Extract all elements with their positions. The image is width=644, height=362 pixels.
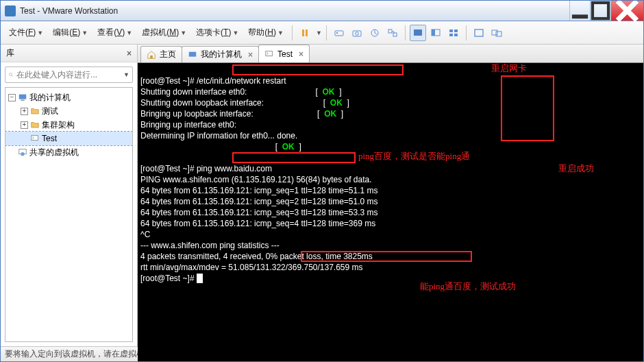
tabbar: 主页 我的计算机× Test×	[138, 45, 643, 63]
annotation-4: 能ping通百度，测试成功	[420, 281, 516, 292]
app-icon	[5, 5, 16, 16]
close-button[interactable]	[610, 1, 643, 21]
vm-icon	[264, 49, 274, 59]
search-icon	[8, 70, 14, 80]
sidebar-header: 库 ×	[1, 45, 137, 62]
close-icon[interactable]: ×	[248, 50, 253, 60]
menubar: 文件(F)▼ 编辑(E)▼ 查看(V)▼ 虚拟机(M)▼ 选项卡(T)▼ 帮助(…	[1, 21, 643, 45]
tree: −我的计算机 +测试 +集群架构 Test 共享的虚拟机	[5, 87, 133, 342]
svg-rect-11	[414, 29, 422, 36]
snapshot-button[interactable]	[349, 25, 365, 41]
search-dropdown-icon[interactable]: ▼	[123, 71, 129, 78]
svg-rect-16	[449, 34, 453, 36]
fullscreen-button[interactable]	[471, 25, 487, 41]
annotation-1: 重启网卡	[491, 63, 527, 74]
annotation-3: 重启成功	[558, 163, 594, 174]
menu-help[interactable]: 帮助(H)▼	[244, 24, 288, 41]
vm-icon	[30, 134, 40, 143]
svg-rect-2	[302, 29, 304, 36]
svg-rect-29	[266, 51, 273, 56]
menu-tabs[interactable]: 选项卡(T)▼	[192, 24, 243, 41]
svg-rect-14	[449, 29, 453, 32]
annotation-2: ping百度，测试是否能ping通	[358, 151, 470, 162]
sidebar: 库 × ▼ −我的计算机 +测试 +集群架构 Test 共享的虚拟机	[1, 45, 138, 346]
sidebar-close-icon[interactable]: ×	[127, 49, 132, 58]
tree-item-test[interactable]: Test	[5, 132, 132, 145]
svg-rect-18	[475, 29, 483, 36]
svg-rect-20	[496, 32, 501, 36]
svg-point-21	[10, 73, 12, 75]
tree-item-test-cn[interactable]: +测试	[5, 104, 132, 118]
svg-point-26	[21, 152, 24, 156]
annotation-box-3	[301, 251, 472, 262]
view-console-button[interactable]	[410, 25, 426, 41]
svg-rect-13	[432, 29, 435, 36]
tree-root[interactable]: −我的计算机	[5, 90, 132, 104]
send-cad-button[interactable]	[331, 25, 347, 41]
svg-rect-9	[388, 29, 392, 33]
svg-rect-24	[32, 136, 38, 141]
view-unity-button[interactable]	[445, 25, 462, 41]
minimize-button[interactable]	[569, 1, 590, 21]
svg-rect-27	[150, 55, 153, 58]
search-box[interactable]: ▼	[5, 67, 133, 83]
svg-point-7	[356, 32, 359, 35]
svg-rect-23	[21, 100, 24, 101]
tab-home[interactable]: 主页	[140, 46, 182, 62]
folder-icon	[30, 106, 40, 116]
shared-icon	[18, 147, 27, 157]
search-input[interactable]	[16, 70, 119, 80]
menu-edit[interactable]: 编辑(E)▼	[49, 24, 92, 41]
terminal[interactable]: [root@Test ~]# /etc/init.d/network resta…	[138, 63, 643, 362]
folder-icon	[30, 120, 40, 130]
tab-mycomputer[interactable]: 我的计算机×	[182, 46, 259, 62]
svg-rect-3	[306, 29, 308, 36]
home-icon	[147, 50, 156, 60]
maximize-button[interactable]	[590, 1, 610, 21]
menu-vm[interactable]: 虚拟机(M)▼	[138, 24, 190, 41]
tab-test[interactable]: Test×	[258, 45, 310, 62]
svg-rect-5	[336, 32, 338, 34]
svg-rect-17	[454, 34, 458, 36]
svg-rect-15	[454, 29, 458, 32]
titlebar: Test - VMware Workstation	[1, 1, 643, 21]
view-thumbnail-button[interactable]	[428, 25, 444, 41]
seamless-button[interactable]	[488, 25, 505, 41]
pause-button[interactable]	[297, 25, 313, 41]
sidebar-title: 库	[6, 47, 14, 59]
menu-file[interactable]: 文件(F)▼	[5, 24, 47, 41]
computer-icon	[188, 50, 197, 60]
svg-rect-4	[335, 31, 343, 36]
tree-shared[interactable]: 共享的虚拟机	[5, 145, 132, 159]
cursor	[197, 274, 203, 283]
main: 主页 我的计算机× Test× [root@Test ~]# /etc/init…	[138, 45, 643, 346]
snapshot-manager-button[interactable]	[367, 25, 383, 41]
annotation-box-2	[232, 152, 356, 163]
svg-rect-22	[19, 95, 27, 99]
svg-rect-28	[189, 51, 197, 56]
svg-rect-0	[572, 14, 588, 19]
window-title: Test - VMware Workstation	[20, 6, 569, 16]
close-icon[interactable]: ×	[299, 49, 304, 59]
tree-item-cluster[interactable]: +集群架构	[5, 118, 132, 132]
computer-icon	[18, 93, 27, 102]
annotation-box-ok	[501, 75, 554, 141]
svg-rect-19	[492, 30, 497, 35]
menu-view[interactable]: 查看(V)▼	[93, 24, 136, 41]
svg-rect-1	[593, 3, 608, 19]
annotation-box-1	[232, 64, 404, 75]
revert-button[interactable]	[384, 25, 401, 41]
